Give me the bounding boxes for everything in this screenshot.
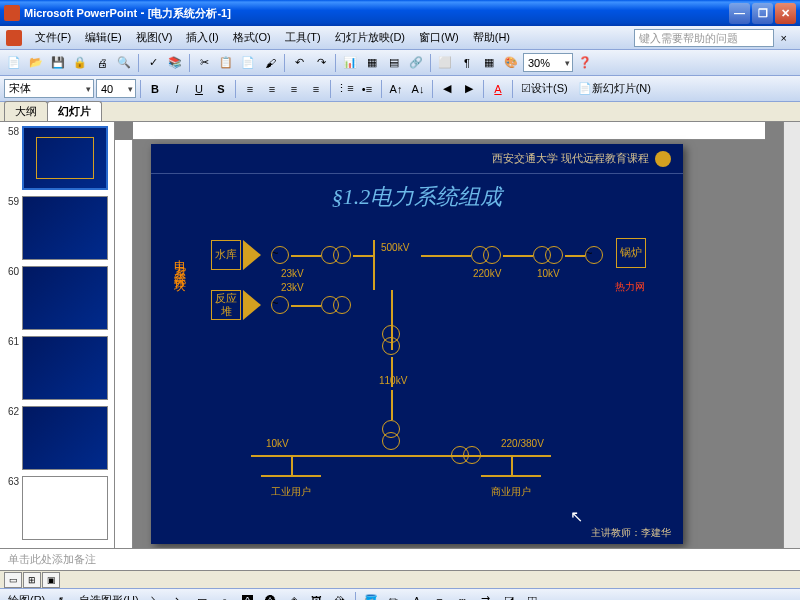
slideshow-view-button[interactable]: ▣ (42, 572, 60, 588)
tab-outline[interactable]: 大纲 (4, 101, 48, 121)
format-toolbar: 宋体 40 B I U S ≡ ≡ ≡ ≡ ⋮≡ •≡ A↑ A↓ ◀ ▶ A … (0, 76, 800, 102)
redo-icon[interactable]: ↷ (311, 53, 331, 73)
oval-icon[interactable]: ○ (215, 591, 235, 601)
diagram-icon[interactable]: ◈ (284, 591, 304, 601)
increase-font-icon[interactable]: A↑ (386, 79, 406, 99)
wordart-icon[interactable]: 🅐 (261, 591, 281, 601)
textbox-icon[interactable]: 🅰 (238, 591, 258, 601)
open-icon[interactable]: 📂 (26, 53, 46, 73)
design-button[interactable]: ☑ 设计(S) (517, 79, 572, 99)
rectangle-icon[interactable]: ▭ (192, 591, 212, 601)
help-icon[interactable]: ❓ (575, 53, 595, 73)
3d-style-icon[interactable]: ◫ (522, 591, 542, 601)
hyperlink-icon[interactable]: 🔗 (406, 53, 426, 73)
bullets-icon[interactable]: •≡ (357, 79, 377, 99)
chart-icon[interactable]: 📊 (340, 53, 360, 73)
undo-icon[interactable]: ↶ (289, 53, 309, 73)
standard-toolbar: 📄 📂 💾 🔒 🖨 🔍 ✓ 📚 ✂ 📋 📄 🖌 ↶ ↷ 📊 ▦ ▤ 🔗 ⬜ ¶ … (0, 50, 800, 76)
thumb-59[interactable]: 59 (4, 196, 110, 260)
size-combo[interactable]: 40 (96, 79, 136, 98)
underline-icon[interactable]: U (189, 79, 209, 99)
menu-help[interactable]: 帮助(H) (466, 28, 517, 47)
research-icon[interactable]: 📚 (165, 53, 185, 73)
spelling-icon[interactable]: ✓ (143, 53, 163, 73)
arrow-style-icon[interactable]: ⇄ (476, 591, 496, 601)
decrease-font-icon[interactable]: A↓ (408, 79, 428, 99)
align-left-icon[interactable]: ≡ (240, 79, 260, 99)
grid-icon[interactable]: ▦ (479, 53, 499, 73)
line-icon[interactable]: ＼ (146, 591, 166, 601)
select-icon[interactable]: ↖ (52, 591, 72, 601)
menu-tools[interactable]: 工具(T) (278, 28, 328, 47)
table-icon[interactable]: ▦ (362, 53, 382, 73)
help-search-input[interactable]: 键入需要帮助的问题 (634, 29, 774, 47)
thumb-63[interactable]: 63 (4, 476, 110, 540)
picture-icon[interactable]: 🏔 (330, 591, 350, 601)
distribute-icon[interactable]: ≡ (306, 79, 326, 99)
new-icon[interactable]: 📄 (4, 53, 24, 73)
increase-indent-icon[interactable]: ▶ (459, 79, 479, 99)
dash-style-icon[interactable]: ┅ (453, 591, 473, 601)
thumb-61[interactable]: 61 (4, 336, 110, 400)
sorter-view-button[interactable]: ⊞ (23, 572, 41, 588)
paste-icon[interactable]: 📄 (238, 53, 258, 73)
menu-window[interactable]: 窗口(W) (412, 28, 466, 47)
thumb-62[interactable]: 62 (4, 406, 110, 470)
shadow-icon[interactable]: S (211, 79, 231, 99)
shadow-style-icon[interactable]: ◪ (499, 591, 519, 601)
menu-format[interactable]: 格式(O) (226, 28, 278, 47)
preview-icon[interactable]: 🔍 (114, 53, 134, 73)
thumb-58[interactable]: 58 (4, 126, 110, 190)
menu-insert[interactable]: 插入(I) (179, 28, 225, 47)
copy-icon[interactable]: 📋 (216, 53, 236, 73)
menu-view[interactable]: 视图(V) (129, 28, 180, 47)
tables-borders-icon[interactable]: ▤ (384, 53, 404, 73)
line-style-icon[interactable]: ≡ (430, 591, 450, 601)
menu-edit[interactable]: 编辑(E) (78, 28, 129, 47)
normal-view-button[interactable]: ▭ (4, 572, 22, 588)
zoom-combo[interactable]: 30% (523, 53, 573, 72)
bold-icon[interactable]: B (145, 79, 165, 99)
expand-icon[interactable]: ⬜ (435, 53, 455, 73)
notes-pane[interactable]: 单击此处添加备注 (0, 548, 800, 570)
arrow-icon[interactable]: ↘ (169, 591, 189, 601)
permission-icon[interactable]: 🔒 (70, 53, 90, 73)
diagram-sidebar-label: 电力系统分块一 (171, 250, 188, 278)
italic-icon[interactable]: I (167, 79, 187, 99)
menu-file[interactable]: 文件(F) (28, 28, 78, 47)
line-color-icon[interactable]: ✏ (384, 591, 404, 601)
clipart-icon[interactable]: 🖼 (307, 591, 327, 601)
font-color-draw-icon[interactable]: A (407, 591, 427, 601)
thumb-60[interactable]: 60 (4, 266, 110, 330)
turbine-2-icon (243, 290, 261, 320)
tab-slides[interactable]: 幻灯片 (47, 101, 102, 121)
decrease-indent-icon[interactable]: ◀ (437, 79, 457, 99)
label-110kv: 110kV (379, 375, 407, 386)
print-icon[interactable]: 🖨 (92, 53, 112, 73)
autoshapes-menu[interactable]: 自选图形(U) (75, 591, 142, 601)
menu-close-doc[interactable]: × (774, 30, 794, 46)
close-button[interactable]: ✕ (775, 3, 796, 24)
trans-mid-b-icon (382, 337, 400, 355)
slide-canvas[interactable]: 西安交通大学 现代远程教育课程 §1.2电力系统组成 电力系统分块一 水库 ~ … (151, 144, 683, 544)
cut-icon[interactable]: ✂ (194, 53, 214, 73)
vertical-scrollbar[interactable] (783, 122, 800, 548)
maximize-button[interactable]: ❐ (752, 3, 773, 24)
font-color-icon[interactable]: A (488, 79, 508, 99)
align-right-icon[interactable]: ≡ (284, 79, 304, 99)
label-220kv: 220kV (473, 268, 501, 279)
menu-slideshow[interactable]: 幻灯片放映(D) (328, 28, 412, 47)
new-slide-button[interactable]: 📄 新幻灯片(N) (574, 79, 655, 99)
format-painter-icon[interactable]: 🖌 (260, 53, 280, 73)
save-icon[interactable]: 💾 (48, 53, 68, 73)
show-format-icon[interactable]: ¶ (457, 53, 477, 73)
draw-menu[interactable]: 绘图(R) (4, 591, 49, 601)
minimize-button[interactable]: — (729, 3, 750, 24)
fill-color-icon[interactable]: 🪣 (361, 591, 381, 601)
color-icon[interactable]: 🎨 (501, 53, 521, 73)
numbering-icon[interactable]: ⋮≡ (335, 79, 355, 99)
font-combo[interactable]: 宋体 (4, 79, 94, 98)
thumbnail-panel[interactable]: 58 59 60 61 62 63 (0, 122, 115, 548)
align-center-icon[interactable]: ≡ (262, 79, 282, 99)
slide-edit-area[interactable]: 西安交通大学 现代远程教育课程 §1.2电力系统组成 电力系统分块一 水库 ~ … (115, 122, 783, 548)
